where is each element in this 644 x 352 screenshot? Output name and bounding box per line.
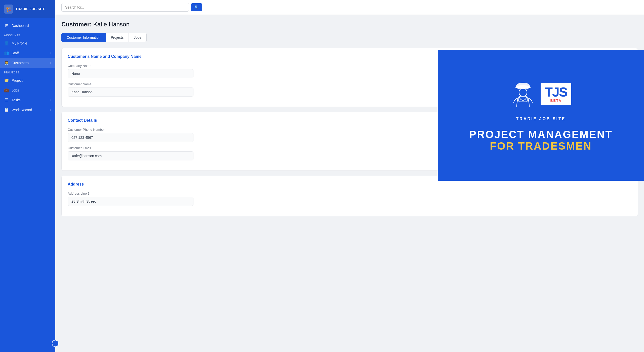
- dashboard-icon: ⊞: [4, 23, 9, 28]
- promo-banner: TJS BETA TRADIE JOB SITE PROJECT MANAGEM…: [438, 50, 644, 181]
- sidebar-item-label: Jobs: [12, 88, 19, 92]
- tjs-text: TJS: [545, 85, 567, 99]
- customer-email-value: katie@hanson.com: [68, 151, 193, 160]
- address-section: Address Address Line 1 28 Smith Street: [61, 176, 638, 216]
- address-line1-value: 28 Smith Street: [68, 197, 193, 206]
- sidebar-item-staff[interactable]: 👥 Staff ›: [0, 48, 55, 58]
- chevron-right-icon: ›: [50, 61, 51, 65]
- company-name-value: None: [68, 69, 193, 78]
- address-line1-label: Address Line 1: [68, 192, 632, 195]
- tab-projects[interactable]: Projects: [106, 33, 129, 42]
- sidebar-nav: ⊞ Dashboard ACCOUNTS 👤 My Profile 👥 Staf…: [0, 18, 55, 352]
- tasks-icon: ☰: [4, 98, 9, 102]
- sidebar-item-dashboard[interactable]: ⊞ Dashboard: [0, 21, 55, 30]
- sidebar-item-work-record[interactable]: 📋 Work Record ›: [0, 105, 55, 115]
- projects-section-label: PROJECTS: [0, 68, 55, 75]
- page-title: Customer: Katie Hanson: [61, 21, 638, 28]
- content-area: Customer: Katie Hanson Customer Informat…: [55, 15, 644, 352]
- sidebar-collapse-button[interactable]: ‹: [52, 340, 59, 347]
- sidebar: 🏗️ TRADIE JOB SITE ⊞ Dashboard ACCOUNTS …: [0, 0, 55, 352]
- tab-customer-information[interactable]: Customer Information: [61, 33, 106, 42]
- jobs-icon: 💼: [4, 88, 9, 93]
- tabs-bar: Customer Information Projects Jobs: [61, 33, 638, 42]
- logo-icon: 🏗️: [4, 5, 13, 14]
- svg-rect-3: [519, 96, 527, 102]
- promo-site-name: TRADIE JOB SITE: [516, 117, 566, 121]
- sidebar-item-label: Work Record: [12, 108, 32, 112]
- chevron-right-icon: ›: [50, 79, 51, 82]
- chevron-right-icon: ›: [50, 89, 51, 92]
- promo-headline-line2: FOR TRADESMEN: [469, 140, 613, 152]
- promo-logo-area: TJS BETA: [510, 79, 571, 109]
- worker-icon: [510, 79, 536, 109]
- search-button[interactable]: 🔍: [191, 3, 202, 11]
- sidebar-item-project[interactable]: 📁 Project ›: [0, 75, 55, 85]
- sidebar-item-label: Project: [12, 78, 23, 82]
- sidebar-item-label: Tasks: [12, 98, 21, 102]
- address-section-title: Address: [68, 182, 632, 187]
- search-wrapper: 🔍: [61, 3, 202, 12]
- sidebar-item-jobs[interactable]: 💼 Jobs ›: [0, 85, 55, 95]
- sidebar-item-customers[interactable]: 🧑‍💼 Customers ›: [0, 58, 55, 68]
- chevron-right-icon: ›: [50, 108, 51, 112]
- address-line1-group: Address Line 1 28 Smith Street: [68, 192, 632, 206]
- topbar: 🔍: [55, 0, 644, 15]
- staff-icon: 👥: [4, 51, 9, 55]
- sidebar-item-label: Dashboard: [12, 24, 29, 28]
- phone-number-value: 027 123 4567: [68, 133, 193, 142]
- promo-headline: PROJECT MANAGEMENT FOR TRADESMEN: [469, 129, 613, 152]
- sidebar-item-my-profile[interactable]: 👤 My Profile: [0, 38, 55, 48]
- promo-headline-line1: PROJECT MANAGEMENT: [469, 129, 613, 140]
- sidebar-logo: 🏗️ TRADIE JOB SITE: [0, 0, 55, 18]
- project-icon: 📁: [4, 78, 9, 83]
- work-record-icon: 📋: [4, 107, 9, 112]
- search-input[interactable]: [61, 3, 189, 12]
- sidebar-item-tasks[interactable]: ☰ Tasks ›: [0, 95, 55, 105]
- logo-text: TRADIE JOB SITE: [16, 7, 46, 11]
- main-content: 🔍 Customer: Katie Hanson Customer Inform…: [55, 0, 644, 352]
- profile-icon: 👤: [4, 41, 9, 46]
- svg-point-2: [519, 88, 527, 96]
- sidebar-item-label: Customers: [12, 61, 29, 65]
- sidebar-item-label: My Profile: [12, 41, 27, 45]
- tab-jobs[interactable]: Jobs: [129, 33, 147, 42]
- page-title-static: Customer: Katie Hanson: [61, 21, 130, 28]
- accounts-section-label: ACCOUNTS: [0, 30, 55, 38]
- chevron-right-icon: ›: [50, 98, 51, 102]
- sidebar-item-label: Staff: [12, 51, 19, 55]
- tjs-logo-box: TJS BETA: [541, 83, 571, 105]
- customers-icon: 🧑‍💼: [4, 60, 9, 65]
- customer-name-value: Katie Hanson: [68, 87, 193, 97]
- chevron-right-icon: ›: [50, 51, 51, 55]
